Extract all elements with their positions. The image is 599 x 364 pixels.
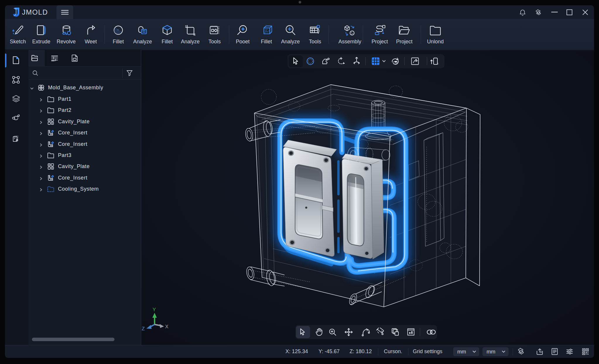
svg-text:Z: Z [142,326,145,331]
svg-text:Y: Y [153,307,156,312]
svg-text:X: X [165,324,168,329]
